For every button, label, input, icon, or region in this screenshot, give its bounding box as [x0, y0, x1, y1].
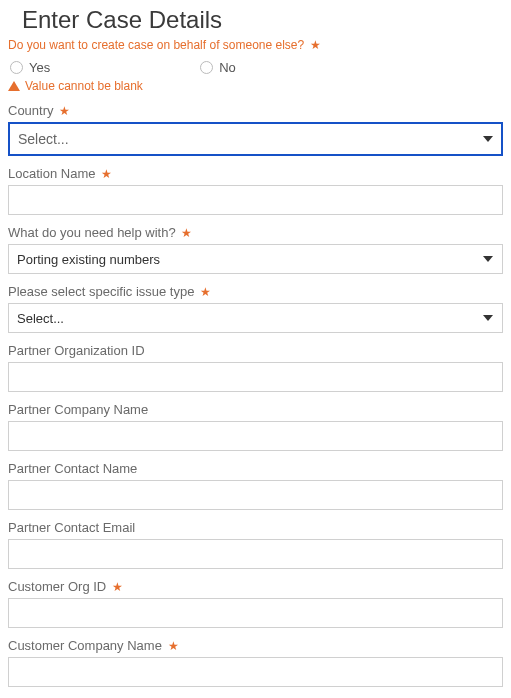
help-with-label: What do you need help with? ★ — [8, 225, 503, 240]
error-text: Value cannot be blank — [25, 79, 143, 93]
location-name-input[interactable] — [8, 185, 503, 215]
required-star-icon: ★ — [310, 38, 321, 52]
behalf-question: Do you want to create case on behalf of … — [8, 38, 503, 52]
radio-icon — [200, 61, 213, 74]
behalf-question-text: Do you want to create case on behalf of … — [8, 38, 304, 52]
partner-org-id-input[interactable] — [8, 362, 503, 392]
partner-contact-name-label: Partner Contact Name — [8, 461, 503, 476]
radio-icon — [10, 61, 23, 74]
required-star-icon: ★ — [101, 167, 112, 181]
radio-yes[interactable]: Yes — [10, 60, 50, 75]
required-star-icon: ★ — [59, 104, 70, 118]
help-with-select-wrap: Porting existing numbers — [8, 244, 503, 274]
customer-company-input[interactable] — [8, 657, 503, 687]
required-star-icon: ★ — [200, 285, 211, 299]
radio-no-label: No — [219, 60, 236, 75]
warning-icon — [8, 81, 20, 91]
partner-org-id-label: Partner Organization ID — [8, 343, 503, 358]
error-message: Value cannot be blank — [8, 79, 503, 93]
partner-contact-email-input[interactable] — [8, 539, 503, 569]
country-select[interactable]: Select... — [8, 122, 503, 156]
required-star-icon: ★ — [181, 226, 192, 240]
help-with-select[interactable]: Porting existing numbers — [8, 244, 503, 274]
partner-company-input[interactable] — [8, 421, 503, 451]
location-name-label: Location Name ★ — [8, 166, 503, 181]
partner-contact-name-input[interactable] — [8, 480, 503, 510]
issue-type-select[interactable]: Select... — [8, 303, 503, 333]
behalf-radio-group: Yes No — [10, 60, 503, 75]
required-star-icon: ★ — [112, 580, 123, 594]
country-label: Country ★ — [8, 103, 503, 118]
customer-org-id-input[interactable] — [8, 598, 503, 628]
country-select-wrap: Select... — [8, 122, 503, 156]
case-form: Enter Case Details Do you want to create… — [0, 0, 511, 698]
partner-contact-email-label: Partner Contact Email — [8, 520, 503, 535]
required-star-icon: ★ — [168, 639, 179, 653]
customer-company-label: Customer Company Name ★ — [8, 638, 503, 653]
customer-org-id-label: Customer Org ID ★ — [8, 579, 503, 594]
radio-yes-label: Yes — [29, 60, 50, 75]
issue-type-label: Please select specific issue type ★ — [8, 284, 503, 299]
radio-no[interactable]: No — [200, 60, 236, 75]
page-title: Enter Case Details — [22, 6, 503, 34]
issue-type-select-wrap: Select... — [8, 303, 503, 333]
partner-company-label: Partner Company Name — [8, 402, 503, 417]
